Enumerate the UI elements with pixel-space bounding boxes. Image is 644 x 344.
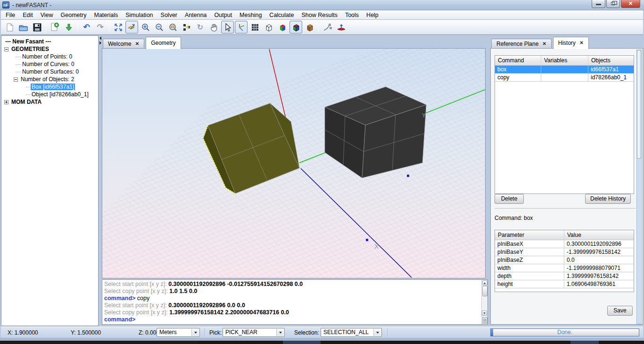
save-button[interactable]: [31, 21, 43, 34]
column-header[interactable]: Value: [564, 230, 633, 240]
panel-splitter[interactable]: [99, 35, 102, 326]
save-button[interactable]: Save: [607, 306, 633, 316]
geometry-tree-panel: --- New Fasant --- GEOMETRIES Number of …: [1, 35, 99, 326]
minimize-icon: [596, 4, 601, 5]
tree-root[interactable]: --- New Fasant ---: [1, 38, 98, 45]
scrollbar-thumb[interactable]: [637, 50, 641, 159]
minimize-button[interactable]: [592, 0, 605, 8]
history-row[interactable]: copy id78266ab0_1: [495, 74, 634, 82]
param-row[interactable]: pIniBaseZ 0.0: [495, 256, 634, 264]
zoom-in-button[interactable]: [139, 21, 152, 34]
orbit-select-button[interactable]: [125, 21, 138, 34]
collapse-icon[interactable]: [4, 47, 8, 51]
collapse-icon[interactable]: [14, 77, 18, 82]
parameter-table[interactable]: Parameter Value pIniBaseX 0.300000119209…: [495, 230, 634, 292]
history-table[interactable]: Command Variables Objects box id66f537a1…: [495, 55, 634, 194]
tab-close-icon[interactable]: ✕: [542, 42, 546, 46]
select-button[interactable]: [221, 21, 234, 34]
panel-scrollbar[interactable]: [636, 50, 642, 324]
selection-dropdown[interactable]: SELECTION_ALL: [321, 328, 382, 337]
window-title: - newFASANT -: [12, 2, 51, 8]
scroll-down-icon[interactable]: ▼: [482, 310, 487, 316]
tree-item-objects[interactable]: Number of Objects: 2: [1, 76, 98, 83]
menu-item-solver[interactable]: Solver: [157, 11, 181, 19]
menu-item-materials[interactable]: Materials: [90, 11, 122, 19]
menu-item-geometry[interactable]: Geometry: [57, 11, 91, 19]
console-menu-icon[interactable]: [482, 317, 487, 324]
close-button[interactable]: ✕: [621, 0, 640, 8]
console-prompt-line[interactable]: command>: [104, 316, 479, 323]
menu-item-show-results[interactable]: Show Results: [297, 11, 341, 19]
param-row[interactable]: pIniBaseX 0.3000001192092896: [495, 240, 634, 248]
pan-button[interactable]: [207, 21, 220, 34]
redo-button[interactable]: ↷: [94, 21, 107, 34]
tree-item-curves[interactable]: Number of Curves: 0: [1, 60, 98, 68]
column-header[interactable]: Variables: [541, 56, 588, 65]
units-dropdown[interactable]: Meters: [157, 328, 200, 337]
zoom-out-button[interactable]: [153, 21, 165, 34]
menu-item-edit[interactable]: Edit: [19, 11, 37, 19]
history-row[interactable]: box id66f537a1: [495, 66, 634, 74]
param-row[interactable]: height 1.06906498769361: [495, 280, 634, 288]
column-header[interactable]: Objects: [588, 56, 633, 65]
column-header[interactable]: Command: [495, 56, 541, 65]
textured-view-button[interactable]: [303, 21, 316, 34]
3d-viewport[interactable]: X Y: [102, 48, 486, 278]
tab-history[interactable]: History ✕: [553, 37, 589, 49]
tab-welcome[interactable]: Welcome ✕: [103, 39, 144, 49]
menu-item-output[interactable]: Output: [211, 11, 236, 19]
menu-item-file[interactable]: File: [2, 11, 19, 19]
tree-item-points[interactable]: Number of Points: 0: [1, 53, 98, 60]
reference-plane-tool-button[interactable]: [335, 21, 347, 34]
wireframe-view-button[interactable]: [262, 21, 275, 34]
restore-icon: [611, 2, 615, 5]
scrollbar-thumb[interactable]: [482, 286, 487, 296]
add-page-button[interactable]: [49, 21, 61, 34]
param-row[interactable]: width -1.199999988079071: [495, 264, 634, 272]
fit-view-button[interactable]: [112, 21, 124, 34]
toolbar-separator: [318, 22, 319, 33]
curvature-tool-button[interactable]: [321, 21, 334, 34]
menu-item-meshing[interactable]: Meshing: [236, 11, 265, 19]
menu-item-view[interactable]: View: [37, 11, 57, 19]
column-header[interactable]: Parameter: [495, 230, 564, 240]
new-file-button[interactable]: [3, 21, 16, 34]
undo-button[interactable]: ↶: [80, 21, 93, 34]
menu-item-calculate[interactable]: Calculate: [265, 11, 297, 19]
rotate-view-button[interactable]: ↻: [194, 21, 206, 34]
tree-item-surfaces[interactable]: Number of Surfaces: 0: [1, 68, 98, 76]
restore-button[interactable]: [606, 0, 620, 8]
tab-close-icon[interactable]: ✕: [135, 42, 139, 46]
pick-dropdown[interactable]: PICK_NEAR: [223, 328, 285, 337]
swap-views-button[interactable]: [180, 21, 193, 34]
tab-geometry[interactable]: Geometry: [146, 37, 181, 49]
rotate-view-icon: ↻: [197, 23, 203, 31]
tree-item-geometries[interactable]: GEOMETRIES: [1, 45, 98, 53]
menu-item-simulation[interactable]: Simulation: [122, 11, 157, 19]
shaded-view-button[interactable]: [276, 21, 289, 34]
green-down-arrow-icon: [65, 23, 73, 32]
menu-bar: File Edit View Geometry Materials Simula…: [1, 10, 643, 20]
shaded-edges-view-button[interactable]: [289, 21, 302, 34]
grid-toggle-button[interactable]: [248, 21, 261, 34]
delete-button[interactable]: Delete: [495, 194, 524, 204]
menu-item-tools[interactable]: Tools: [341, 11, 363, 19]
zoom-window-button[interactable]: [166, 21, 179, 34]
scroll-up-icon[interactable]: ▲: [482, 280, 487, 285]
open-button[interactable]: [17, 21, 30, 34]
menu-item-antenna[interactable]: Antenna: [181, 11, 211, 19]
tree-item-box[interactable]: Box [id66f537a1]: [1, 83, 98, 91]
console-scrollbar[interactable]: ▲ ▼: [481, 280, 487, 324]
delete-history-button[interactable]: Delete History: [585, 194, 631, 204]
axes-toggle-button[interactable]: [235, 21, 248, 34]
param-row[interactable]: depth 1.399999976158142: [495, 272, 634, 280]
expand-icon[interactable]: [4, 100, 8, 104]
tab-reference-plane[interactable]: Reference Plane ✕: [491, 39, 552, 49]
command-console[interactable]: Select start point [x y z]: 0.3000001192…: [102, 279, 488, 325]
import-button[interactable]: [62, 21, 75, 34]
menu-item-help[interactable]: Help: [363, 11, 382, 19]
tree-item-mom-data[interactable]: MOM DATA: [1, 98, 98, 106]
tab-close-icon[interactable]: ✕: [579, 41, 583, 45]
tree-item-object[interactable]: Object [id78266ab0_1]: [1, 91, 98, 98]
param-row[interactable]: pIniBaseY -1.399999976158142: [495, 248, 634, 256]
